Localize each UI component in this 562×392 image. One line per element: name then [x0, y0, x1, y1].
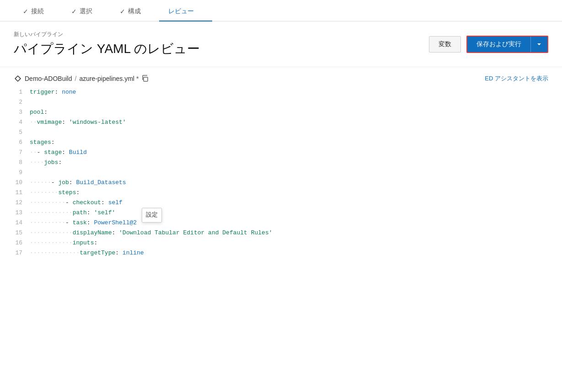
save-run-dropdown-button[interactable]: [531, 37, 547, 52]
code-line-6: 6 stages:: [14, 138, 548, 148]
code-line-13: 13 ············path: 'self' 設定: [14, 208, 548, 218]
code-editor[interactable]: 1 trigger: none 2 3 pool: 4 ··vmimage: '…: [14, 87, 548, 258]
code-line-8: 8 ····jobs:: [14, 158, 548, 168]
code-line-10: 10 ······- job: Build_Datasets: [14, 178, 548, 188]
copy-icon[interactable]: [141, 75, 149, 82]
save-run-button-group: 保存および実行: [466, 36, 548, 53]
path-separator: /: [75, 75, 76, 82]
editor-container: Demo-ADOBuild / azure-pipelines.yml * ED…: [0, 67, 562, 265]
code-line-5: 5: [14, 127, 548, 138]
code-line-3: 3 pool:: [14, 107, 548, 117]
code-line-15: 15 ············displayName: 'Download Ta…: [14, 228, 548, 238]
breadcrumb: 新しいパイプライン: [14, 31, 200, 38]
page-header: 新しいパイプライン パイプライン YAML のレビュー 変数 保存および実行: [0, 21, 562, 67]
code-line-7: 7 ··- stage: Build: [14, 148, 548, 158]
repo-name: Demo-ADOBuild: [25, 75, 72, 82]
settings-tooltip: 設定: [142, 208, 162, 222]
code-line-11: 11 ········steps:: [14, 188, 548, 198]
code-line-9: 9: [14, 168, 548, 178]
tab-configure[interactable]: ✓ 構成: [111, 0, 159, 21]
check-icon-select: ✓: [71, 8, 77, 15]
header-left: 新しいパイプライン パイプライン YAML のレビュー: [14, 31, 200, 58]
ai-assistant-link[interactable]: ED アシスタントを表示: [485, 74, 548, 83]
tab-select[interactable]: ✓ 選択: [62, 0, 111, 21]
chevron-down-icon: [536, 42, 542, 47]
editor-path: Demo-ADOBuild / azure-pipelines.yml *: [14, 74, 149, 83]
code-line-1: 1 trigger: none: [14, 87, 548, 97]
code-line-17: 17 ··············targetType: inline: [14, 248, 548, 258]
editor-toolbar: Demo-ADOBuild / azure-pipelines.yml * ED…: [14, 74, 548, 83]
top-navigation: ✓ 接続 ✓ 選択 ✓ 構成 レビュー: [0, 0, 562, 21]
code-line-4: 4 ··vmimage: 'windows-latest': [14, 117, 548, 127]
tab-review[interactable]: レビュー: [159, 0, 212, 21]
tab-connect[interactable]: ✓ 接続: [14, 0, 62, 21]
save-run-main-button[interactable]: 保存および実行: [467, 37, 531, 52]
repo-icon: [14, 74, 22, 83]
code-line-14: 14 ··········- task: PowerShell@2: [14, 218, 548, 228]
check-icon-connect: ✓: [23, 8, 28, 15]
check-icon-configure: ✓: [120, 8, 125, 15]
file-name: azure-pipelines.yml *: [79, 75, 139, 82]
variables-button[interactable]: 変数: [429, 36, 461, 53]
code-line-2: 2: [14, 97, 548, 107]
page-title: パイプライン YAML のレビュー: [14, 40, 200, 58]
header-actions: 変数 保存および実行: [429, 36, 548, 53]
code-line-12: 12 ··········- checkout: self: [14, 198, 548, 208]
code-line-16: 16 ············inputs:: [14, 238, 548, 248]
svg-rect-2: [144, 77, 148, 81]
